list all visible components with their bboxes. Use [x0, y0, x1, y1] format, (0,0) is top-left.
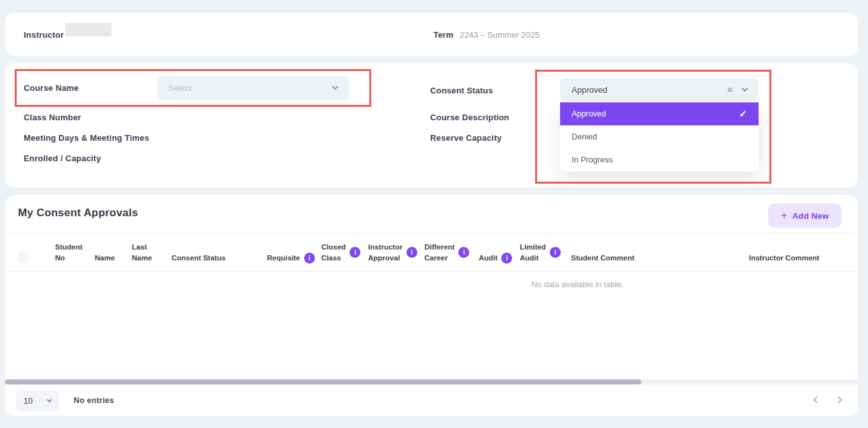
header-cell-instructor-comment: Instructor Comment [749, 253, 845, 264]
info-icon[interactable]: i [304, 253, 315, 264]
header-cell-student-comment: Student Comment [571, 253, 749, 264]
dropdown-option-in-progress[interactable]: In Progress [560, 148, 759, 171]
enrolled-capacity-label: Enrolled / Capacity [24, 154, 101, 163]
option-label: Denied [572, 132, 597, 141]
add-new-label: Add New [792, 211, 829, 221]
horizontal-scrollbar-thumb[interactable] [5, 379, 641, 384]
course-name-label: Course Name [24, 83, 79, 93]
page-size-select[interactable]: 10 [16, 390, 59, 411]
info-bar-card: Instructor Term 2243 – Summer 2025 [5, 13, 858, 56]
approvals-card: My Consent Approvals + Add New StudentNo… [5, 195, 858, 416]
header-cell-limited-audit: LimitedAudit i [520, 242, 571, 264]
instructor-name-redacted [65, 23, 111, 36]
empty-table-message: No data available in table. [5, 280, 858, 289]
chevron-down-icon[interactable] [332, 84, 339, 90]
reserve-capacity-label: Reserve Capacity [430, 133, 502, 143]
dropdown-option-denied[interactable]: Denied [560, 125, 759, 148]
select-all-checkbox[interactable] [18, 252, 29, 263]
instructor-label: Instructor [24, 30, 64, 40]
header-cell-instructor-approval: InstructorApproval i [368, 242, 424, 264]
consent-status-label: Consent Status [430, 86, 493, 95]
chevron-down-icon [47, 397, 52, 402]
filters-card: Course Name Select Class Number Meeting … [5, 63, 858, 187]
next-page-icon[interactable] [835, 396, 842, 403]
option-label: In Progress [572, 155, 613, 164]
info-icon[interactable]: i [350, 247, 360, 258]
meeting-days-times-label: Meeting Days & Meeting Times [24, 133, 149, 143]
section-title: My Consent Approvals [18, 207, 138, 219]
check-icon: ✓ [739, 108, 747, 120]
add-new-button[interactable]: + Add New [768, 203, 842, 228]
plus-icon: + [781, 210, 787, 221]
consent-status-select[interactable]: Approved ✕ [560, 78, 759, 101]
entries-count-text: No entries [74, 396, 114, 405]
header-cell-consent-status: Consent Status [172, 253, 267, 264]
header-cell-requisite: Requisite i [267, 253, 321, 264]
dropdown-option-approved[interactable]: Approved ✓ [560, 102, 759, 125]
page-size-value: 10 [24, 397, 33, 406]
header-cell-different-career: DifferentCareer i [424, 242, 479, 264]
consent-status-value: Approved [572, 85, 607, 95]
course-name-placeholder: Select [168, 83, 191, 93]
header-cell-name: Name [95, 253, 132, 264]
course-description-label: Course Description [430, 113, 510, 122]
table-header-row: StudentNo Name LastName Consent Status R… [5, 234, 858, 272]
previous-page-icon[interactable] [813, 396, 820, 403]
term-label: Term [433, 30, 454, 40]
info-icon[interactable]: i [406, 247, 417, 258]
info-icon[interactable]: i [501, 253, 512, 264]
info-icon[interactable]: i [458, 247, 469, 258]
term-value: 2243 – Summer 2025 [460, 30, 540, 40]
clear-icon[interactable]: ✕ [727, 86, 734, 94]
info-icon[interactable]: i [550, 247, 561, 258]
header-cell-student-no: StudentNo [55, 242, 95, 264]
pagination [814, 397, 841, 402]
option-label: Approved [572, 109, 606, 118]
header-cell-select-all [18, 252, 55, 264]
header-cell-closed-class: ClosedClass i [321, 242, 368, 264]
course-name-select[interactable]: Select [157, 76, 349, 100]
header-cell-audit: Audit i [479, 253, 520, 264]
header-cell-last-name: LastName [132, 242, 172, 264]
horizontal-scrollbar-track[interactable] [5, 379, 858, 384]
class-number-label: Class Number [24, 113, 81, 122]
chevron-down-icon[interactable] [742, 85, 748, 91]
consent-status-dropdown: Approved ✓ Denied In Progress [560, 102, 759, 171]
